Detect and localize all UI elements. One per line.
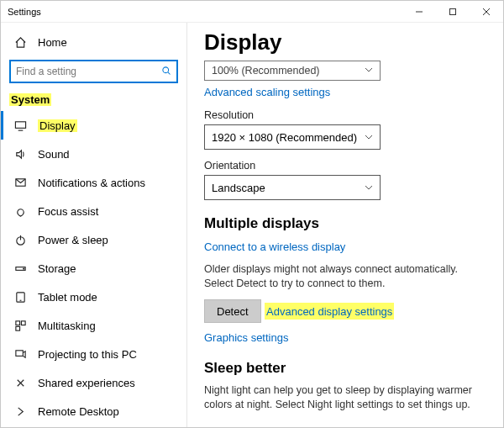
advanced-display-link[interactable]: Advanced display settings (266, 305, 392, 318)
svg-line-5 (168, 71, 171, 74)
notifications-icon (11, 177, 29, 189)
search-icon (161, 66, 171, 78)
power-icon (11, 234, 29, 246)
sidebar: Home System Display (1, 23, 187, 427)
svg-point-4 (163, 66, 169, 72)
sidebar-item-sound[interactable]: Sound (1, 140, 186, 168)
sidebar-item-focus-assist[interactable]: Focus assist (1, 197, 186, 225)
orientation-value: Landscape (212, 182, 265, 194)
svg-rect-18 (15, 350, 22, 356)
maximize-button[interactable] (436, 1, 470, 23)
search-box[interactable] (9, 60, 178, 83)
sidebar-item-label: Display (38, 119, 77, 132)
search-wrap (1, 56, 186, 90)
window-title: Settings (8, 7, 402, 17)
sidebar-item-projecting[interactable]: Projecting to this PC (1, 340, 186, 368)
chevron-down-icon (365, 182, 373, 194)
advanced-display-highlight: Advanced display settings (265, 303, 394, 320)
minimize-button[interactable] (402, 1, 436, 23)
advanced-scaling-link[interactable]: Advanced scaling settings (204, 86, 330, 98)
home-icon (11, 36, 29, 49)
sidebar-item-label: Storage (38, 262, 76, 275)
svg-rect-6 (15, 121, 25, 128)
sidebar-item-label: Focus assist (38, 205, 98, 218)
sidebar-item-label: Shared experiences (38, 377, 135, 389)
sidebar-item-power-sleep[interactable]: Power & sleep (1, 225, 186, 254)
tablet-icon (11, 291, 29, 304)
graphics-settings-link[interactable]: Graphics settings (204, 331, 288, 344)
svg-rect-1 (450, 8, 456, 14)
multitasking-icon (11, 320, 29, 332)
sound-icon (11, 148, 29, 161)
detect-button[interactable]: Detect (204, 299, 261, 323)
sleep-better-heading: Sleep better (204, 360, 486, 377)
body: Home System Display (1, 23, 503, 427)
scale-dropdown[interactable]: 100% (Recommended) (204, 61, 381, 81)
search-input[interactable] (16, 66, 161, 77)
sidebar-item-tablet-mode[interactable]: Tablet mode (1, 283, 186, 311)
scale-value: 100% (Recommended) (212, 65, 320, 77)
sidebar-item-shared-experiences[interactable]: Shared experiences (1, 368, 186, 397)
projecting-icon (11, 348, 29, 361)
shared-icon (11, 377, 29, 389)
sidebar-item-label: Multitasking (38, 320, 96, 332)
sidebar-item-label: Remote Desktop (38, 405, 119, 418)
connect-wireless-link[interactable]: Connect to a wireless display (204, 240, 345, 253)
sidebar-item-label: Power & sleep (38, 234, 108, 246)
sidebar-item-storage[interactable]: Storage (1, 254, 186, 283)
multiple-displays-heading: Multiple displays (204, 215, 486, 232)
settings-window: Settings Home (0, 0, 504, 428)
sidebar-item-remote-desktop[interactable]: Remote Desktop (1, 397, 186, 425)
older-displays-text: Older displays might not always connect … (204, 262, 486, 291)
sleep-better-text: Night light can help you get to sleep by… (204, 383, 486, 412)
resolution-dropdown[interactable]: 1920 × 1080 (Recommended) (204, 124, 381, 150)
orientation-label: Orientation (204, 160, 486, 172)
sidebar-item-notifications[interactable]: Notifications & actions (1, 168, 186, 197)
sidebar-item-multitasking[interactable]: Multitasking (1, 311, 186, 340)
sidebar-item-display[interactable]: Display (1, 111, 186, 140)
sidebar-item-label: Tablet mode (38, 291, 97, 304)
monitor-icon (11, 119, 29, 132)
svg-point-12 (23, 267, 24, 268)
sidebar-category-label: System (9, 93, 51, 106)
resolution-value: 1920 × 1080 (Recommended) (212, 131, 357, 144)
svg-rect-15 (15, 320, 19, 325)
sidebar-home[interactable]: Home (1, 28, 186, 56)
resolution-label: Resolution (204, 109, 486, 121)
page-title: Display (204, 29, 486, 55)
storage-icon (11, 262, 29, 275)
sidebar-home-label: Home (38, 36, 67, 49)
sidebar-item-label: Notifications & actions (38, 177, 145, 189)
sidebar-category: System (1, 90, 186, 111)
sidebar-item-label: Projecting to this PC (38, 348, 137, 361)
sidebar-item-label: Sound (38, 148, 70, 161)
chevron-down-icon (365, 131, 373, 144)
remote-desktop-icon (11, 405, 29, 418)
content: Display 100% (Recommended) Advanced scal… (187, 23, 503, 427)
focus-assist-icon (11, 205, 29, 218)
close-button[interactable] (470, 1, 503, 23)
chevron-down-icon (365, 65, 373, 77)
svg-rect-17 (15, 326, 19, 330)
titlebar: Settings (1, 1, 503, 23)
orientation-dropdown[interactable]: Landscape (204, 175, 381, 200)
svg-rect-16 (21, 320, 25, 325)
